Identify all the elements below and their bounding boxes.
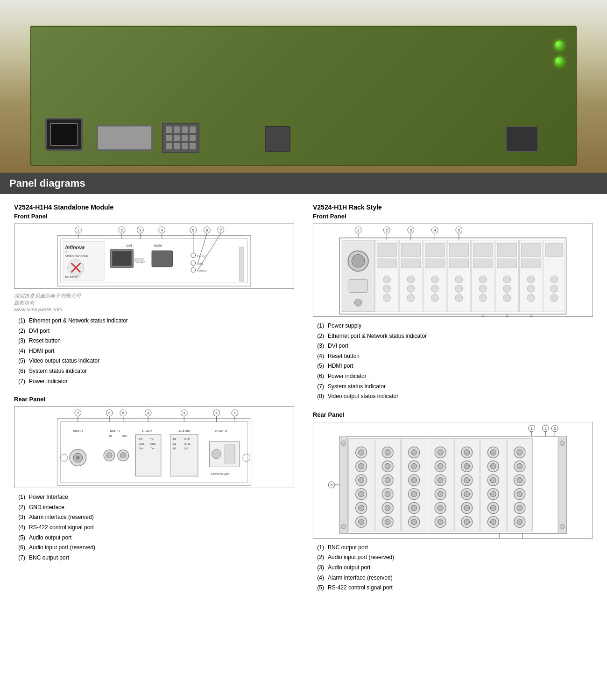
svg-point-225 (438, 449, 443, 455)
svg-rect-108 (377, 259, 397, 268)
diagrams-area: V2524-H1H4 Standalone Module Front Panel… (0, 194, 607, 602)
svg-point-116 (407, 285, 415, 293)
list-item: (3)Audio output port (313, 563, 593, 573)
list-item: (6)Audio input port (reserved) (14, 543, 294, 553)
svg-rect-149 (545, 244, 563, 257)
svg-text:®: ® (65, 251, 67, 253)
right-front-panel-diagram: 1 2 3 4 5 6 (313, 224, 593, 317)
svg-point-212 (411, 449, 417, 455)
svg-rect-114 (401, 259, 421, 268)
svg-point-183 (560, 524, 565, 529)
hdmi-port-2 (506, 126, 538, 152)
svg-text:6: 6 (108, 411, 111, 415)
svg-point-180 (341, 441, 346, 445)
list-item: (8)Video output status indicator (313, 392, 593, 402)
right-front-panel-list: (1)Power supply (2)Ethernet port & Netwo… (313, 321, 593, 402)
svg-text:5: 5 (458, 228, 460, 232)
svg-point-145 (527, 276, 535, 283)
svg-point-135 (479, 294, 487, 301)
svg-point-115 (407, 276, 415, 283)
svg-point-139 (503, 276, 511, 283)
svg-point-146 (527, 285, 535, 293)
svg-text:POWER: POWER (215, 430, 227, 433)
svg-point-150 (551, 276, 558, 283)
svg-rect-113 (401, 244, 421, 257)
watermark-text: 深圳市桑尼威尔电子有限公司 版权所有 www.sunnyware.com (14, 293, 294, 312)
svg-text:GND: GND (150, 443, 155, 445)
svg-text:VIDEO: VIDEO (73, 430, 83, 433)
svg-rect-179 (558, 436, 566, 533)
list-item: (6)System status indicator (14, 366, 294, 377)
list-item: (2)GND interface (14, 503, 294, 513)
svg-point-242 (464, 477, 470, 483)
list-item: (2)DVI port (14, 326, 294, 336)
svg-point-181 (341, 524, 346, 529)
svg-text:VIDEO: VIDEO (197, 254, 206, 257)
left-front-panel-list: (1)Ethernet port & Network status indica… (14, 316, 294, 386)
svg-point-229 (438, 477, 443, 483)
hdmi-connector (265, 126, 290, 152)
list-item: (2)Ethernet port & Network status indica… (313, 331, 593, 342)
svg-text:5: 5 (192, 228, 195, 232)
svg-text:2: 2 (544, 427, 546, 431)
svg-point-227 (438, 463, 443, 469)
svg-text:HDMI: HDMI (154, 244, 162, 247)
svg-text:GND: GND (184, 448, 189, 450)
svg-point-109 (383, 276, 391, 283)
list-item: (5)RS-422 control signal port (313, 583, 593, 593)
list-item: (1)BNC output port (313, 543, 593, 553)
svg-text:1: 1 (234, 411, 236, 415)
list-item: (1)Power Interface (14, 492, 294, 503)
svg-rect-120 (425, 259, 445, 268)
left-rear-panel-section: Rear Panel VIDEO AUDIO RS422 ALARM POWER… (14, 396, 294, 563)
left-rear-panel-list: (1)Power Interface (2)GND interface (3)A… (14, 492, 294, 563)
svg-text:3: 3 (183, 411, 185, 415)
svg-text:2: 2 (215, 411, 217, 415)
svg-text:6: 6 (206, 228, 208, 232)
svg-text:2: 2 (386, 228, 388, 232)
svg-point-240 (464, 463, 470, 469)
list-item: (7)Power indicator (14, 377, 294, 387)
svg-point-182 (560, 441, 565, 445)
svg-point-209 (385, 519, 390, 525)
svg-point-246 (464, 505, 470, 511)
list-item: (1)Ethernet port & Network status indica… (14, 316, 294, 326)
svg-rect-131 (473, 244, 493, 257)
svg-point-129 (455, 294, 463, 301)
right-rear-panel-list: (1)BNC output port (2)Audio input port (… (313, 543, 593, 593)
svg-text:IN2: IN2 (173, 443, 176, 445)
svg-text:ALARM: ALARM (178, 430, 190, 433)
svg-point-128 (455, 285, 463, 293)
right-column: V2524-H1H Rack Style Front Panel (313, 203, 593, 593)
svg-point-261 (490, 519, 496, 525)
svg-point-238 (464, 449, 470, 455)
svg-text:12VDC/24VAC: 12VDC/24VAC (211, 473, 230, 476)
svg-rect-144 (522, 259, 541, 268)
svg-text:OUT2: OUT2 (184, 443, 190, 445)
svg-point-248 (464, 519, 470, 525)
hero-image (0, 0, 607, 173)
svg-point-196 (359, 519, 364, 525)
svg-point-257 (490, 491, 496, 497)
led-green-2 (555, 57, 564, 66)
svg-point-201 (385, 463, 390, 469)
left-front-panel-diagram: Infinova ® VIDEO DECODER ETHERNET RESET … (14, 224, 294, 289)
svg-point-54 (76, 456, 80, 460)
svg-text:TX-: TX- (150, 438, 154, 441)
list-item: (3)Alarm interface (reserved) (14, 512, 294, 523)
svg-text:GND: GND (139, 443, 144, 445)
svg-point-58 (120, 453, 126, 458)
svg-point-121 (431, 276, 438, 283)
svg-point-127 (455, 276, 463, 283)
svg-text:3: 3 (139, 228, 141, 232)
svg-text:RS422: RS422 (142, 430, 152, 433)
left-front-panel-label: Front Panel (14, 213, 294, 220)
svg-point-152 (551, 294, 558, 301)
right-rear-panel-label: Rear Panel (313, 411, 593, 418)
list-item: (4)Alarm interface (reserved) (313, 573, 593, 583)
svg-point-274 (517, 519, 522, 525)
svg-text:RX+: RX+ (139, 448, 143, 450)
list-item: (7)BNC output port (14, 553, 294, 563)
svg-text:5: 5 (122, 411, 125, 415)
svg-point-123 (431, 294, 438, 301)
